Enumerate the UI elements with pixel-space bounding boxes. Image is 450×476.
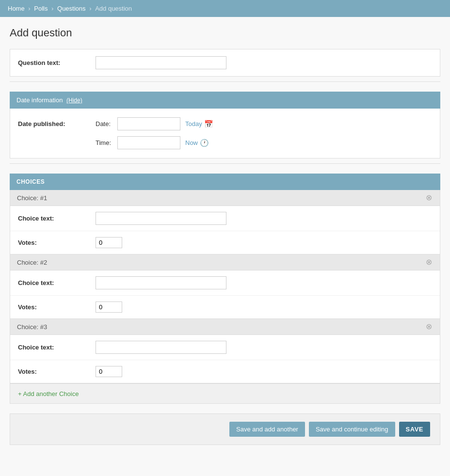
choice-2-votes-input[interactable] bbox=[96, 301, 122, 313]
today-link[interactable]: Today bbox=[185, 120, 202, 127]
date-section-body: Date published: Date: Today 📅 Time: Now … bbox=[10, 109, 440, 159]
choice-3-text-label: Choice text: bbox=[18, 344, 96, 351]
choice-1-votes-label: Votes: bbox=[18, 239, 96, 246]
choice-3: Choice: #3 ⊗ Choice text: Votes: bbox=[10, 319, 440, 383]
choice-2-votes-label: Votes: bbox=[18, 303, 96, 311]
choice-3-label: Choice: #3 bbox=[17, 323, 47, 331]
date-published-label: Date published: bbox=[18, 117, 96, 127]
breadcrumb-sep-2: › bbox=[51, 5, 55, 12]
clock-icon[interactable]: 🕐 bbox=[200, 139, 209, 147]
choice-2-fields: Choice text: Votes: bbox=[10, 270, 440, 319]
choice-3-text-row: Choice text: bbox=[10, 335, 440, 360]
date-published-row: Date published: Date: Today 📅 Time: Now … bbox=[18, 115, 432, 151]
date-row: Date: Today 📅 bbox=[96, 117, 213, 130]
breadcrumb-home[interactable]: Home bbox=[8, 5, 25, 12]
question-text-label: Question text: bbox=[18, 59, 96, 66]
calendar-icon[interactable]: 📅 bbox=[204, 120, 213, 128]
choice-1-text-row: Choice text: bbox=[10, 206, 440, 231]
choice-1-votes-row: Votes: bbox=[10, 231, 440, 254]
choice-3-votes-input[interactable] bbox=[96, 366, 122, 377]
time-input[interactable] bbox=[117, 136, 180, 149]
choices-header: CHOICES bbox=[10, 174, 440, 190]
breadcrumb-sep-3: › bbox=[89, 5, 93, 12]
choice-1-remove-button[interactable]: ⊗ bbox=[425, 194, 433, 202]
choice-2-header: Choice: #2 ⊗ bbox=[10, 254, 440, 270]
choice-3-votes-row: Votes: bbox=[10, 360, 440, 383]
breadcrumb-current: Add question bbox=[95, 5, 132, 12]
date-fields-col: Date: Today 📅 Time: Now 🕐 bbox=[96, 117, 213, 149]
question-text-input[interactable] bbox=[96, 56, 226, 69]
choice-3-fields: Choice text: Votes: bbox=[10, 335, 440, 383]
now-link[interactable]: Now bbox=[185, 139, 198, 146]
save-button[interactable]: SAVE bbox=[399, 422, 430, 437]
choices-section: CHOICES Choice: #1 ⊗ Choice text: Votes: bbox=[10, 174, 440, 404]
page-title: Add question bbox=[10, 27, 440, 39]
date-label: Date: bbox=[96, 120, 117, 127]
choice-2-text-input[interactable] bbox=[96, 276, 226, 289]
date-information-section: Date information (Hide) Date published: … bbox=[10, 92, 440, 159]
choice-1-label: Choice: #1 bbox=[17, 194, 47, 202]
time-row: Time: Now 🕐 bbox=[96, 136, 213, 149]
choice-1: Choice: #1 ⊗ Choice text: Votes: bbox=[10, 190, 440, 254]
choice-2-text-label: Choice text: bbox=[18, 279, 96, 286]
breadcrumb-polls[interactable]: Polls bbox=[34, 5, 48, 12]
choice-2-votes-row: Votes: bbox=[10, 296, 440, 318]
time-label: Time: bbox=[96, 139, 117, 146]
choice-2-remove-button[interactable]: ⊗ bbox=[425, 258, 433, 266]
choice-3-header: Choice: #3 ⊗ bbox=[10, 319, 440, 335]
save-continue-editing-button[interactable]: Save and continue editing bbox=[309, 422, 395, 437]
save-add-another-button[interactable]: Save and add another bbox=[229, 422, 305, 437]
main-content: Add question Question text: Date informa… bbox=[0, 17, 450, 476]
breadcrumb-bar: Home › Polls › Questions › Add question bbox=[0, 0, 450, 17]
choice-1-fields: Choice text: Votes: bbox=[10, 206, 440, 254]
breadcrumb-sep-1: › bbox=[28, 5, 32, 12]
date-input[interactable] bbox=[117, 117, 180, 130]
choice-3-text-input[interactable] bbox=[96, 341, 226, 354]
choice-2-text-row: Choice text: bbox=[10, 270, 440, 296]
date-section-header[interactable]: Date information (Hide) bbox=[10, 92, 440, 109]
choice-1-header: Choice: #1 ⊗ bbox=[10, 190, 440, 206]
date-hide-link[interactable]: (Hide) bbox=[66, 97, 82, 104]
question-text-section: Question text: bbox=[10, 49, 440, 77]
choice-3-remove-button[interactable]: ⊗ bbox=[425, 323, 433, 331]
choice-1-text-input[interactable] bbox=[96, 212, 226, 225]
choices-body: Choice: #1 ⊗ Choice text: Votes: bbox=[10, 190, 440, 404]
choice-3-votes-label: Votes: bbox=[18, 368, 96, 375]
choice-1-votes-input[interactable] bbox=[96, 237, 122, 248]
add-choice-link[interactable]: + Add another Choice bbox=[18, 390, 79, 397]
add-choice-row: + Add another Choice bbox=[10, 383, 440, 403]
action-bar: Save and add another Save and continue e… bbox=[10, 413, 440, 445]
choice-2-label: Choice: #2 bbox=[17, 259, 47, 266]
choice-2: Choice: #2 ⊗ Choice text: Votes: bbox=[10, 254, 440, 319]
breadcrumb-questions[interactable]: Questions bbox=[57, 5, 86, 12]
choice-1-text-label: Choice text: bbox=[18, 215, 96, 222]
